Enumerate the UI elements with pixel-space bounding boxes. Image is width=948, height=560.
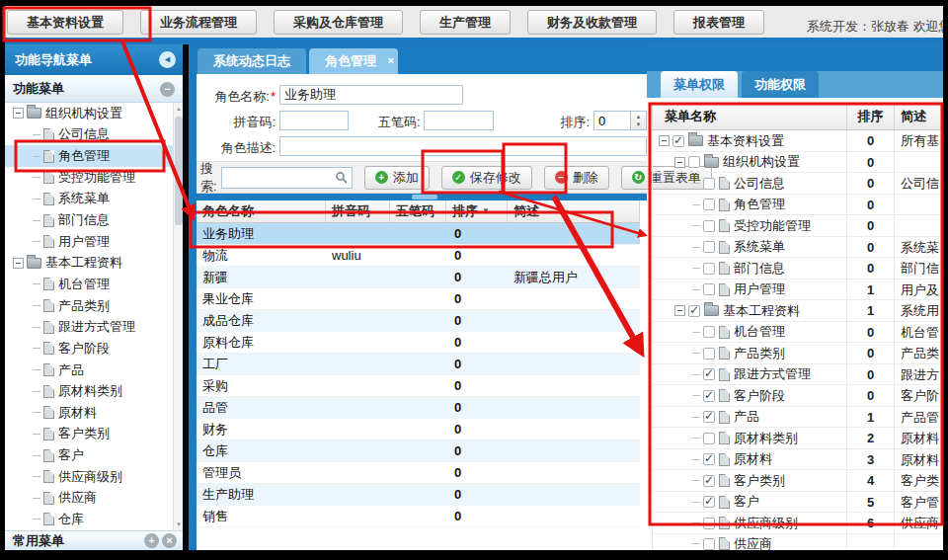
sidebar-item[interactable]: 系统菜单 (5, 189, 173, 210)
column-header[interactable]: 角色名称 (197, 200, 326, 222)
sidebar-item[interactable]: 组织机构设置 (5, 103, 173, 124)
collapse-node-icon[interactable] (674, 157, 685, 168)
add-button[interactable]: +添加 (364, 166, 430, 190)
table-row[interactable]: 品管0 (197, 397, 640, 419)
tab-menu-permissions[interactable]: 菜单权限 (661, 71, 738, 98)
sidebar-item[interactable]: 客户阶段 (5, 338, 173, 360)
search-input[interactable] (222, 170, 335, 185)
spinner-arrows[interactable]: ▲▼ (630, 112, 646, 129)
permission-tree-row[interactable]: 跟进方式管理0跟进方 (653, 364, 943, 386)
table-row[interactable]: 仓库0 (197, 440, 640, 462)
sidebar-section-header[interactable]: 功能菜单 − (5, 75, 183, 103)
permission-tree-row[interactable]: 客户阶段0客户阶 (653, 385, 943, 407)
column-header-desc[interactable]: 简述 (895, 103, 943, 129)
sidebar-item[interactable]: 用户管理 (5, 231, 173, 253)
table-row[interactable]: 采购0 (197, 375, 640, 397)
permission-tree-row[interactable]: 原材料3原材料 (653, 449, 943, 471)
pinyin-input[interactable] (279, 111, 349, 130)
permission-tree-row[interactable]: 原材料类别2原材料 (653, 428, 943, 449)
sidebar-item[interactable]: 产品类别 (5, 295, 173, 317)
sidebar-item[interactable]: 基本工程资料 (5, 252, 173, 274)
table-row[interactable]: 工厂0 (197, 354, 640, 375)
table-row[interactable]: 果业仓库0 (197, 288, 640, 310)
permission-tree-row[interactable]: 产品1产品管 (653, 407, 943, 429)
checkbox[interactable] (688, 305, 700, 317)
permission-tree-row[interactable]: 用户管理1用户及 (653, 280, 943, 301)
sidebar-item[interactable]: 角色管理 (5, 145, 173, 167)
permission-tree-row[interactable]: 部门信息0部门信 (653, 258, 943, 280)
checkbox[interactable] (672, 135, 684, 147)
collapse-node-icon[interactable] (13, 108, 24, 119)
wubi-input[interactable] (424, 111, 494, 130)
checkbox[interactable] (703, 433, 715, 444)
sidebar-item[interactable]: 原材料 (5, 402, 173, 424)
checkbox[interactable] (703, 283, 715, 295)
column-header-menu-name[interactable]: 菜单名称 (653, 103, 847, 129)
horizontal-splitter[interactable] (197, 194, 647, 200)
permission-tree-row[interactable]: 客户类别4客户类 (653, 470, 943, 492)
checkbox[interactable] (703, 368, 715, 380)
permission-tree-row[interactable]: 供应商级别6供应商 (653, 513, 943, 534)
collapse-node-icon[interactable] (13, 258, 24, 269)
table-row[interactable]: 物流wuliu0 (197, 245, 640, 267)
collapse-sidebar-icon[interactable]: ◄ (159, 51, 176, 68)
sidebar-item[interactable]: 公司信息 (5, 124, 173, 146)
column-header[interactable]: 五笔码 (390, 200, 446, 222)
permission-tree-row[interactable]: 基本工程资料1系统用 (653, 300, 943, 322)
top-menu-item[interactable]: 财务及收款管理 (527, 10, 657, 35)
sidebar-item[interactable]: 供应商 (5, 488, 173, 510)
checkbox[interactable] (703, 496, 715, 508)
add-favorite-icon[interactable]: + (144, 533, 159, 548)
top-menu-item[interactable]: 采购及仓库管理 (274, 10, 403, 35)
permission-tree-row[interactable]: 客户5客户管 (653, 492, 943, 514)
table-row[interactable]: 生产助理0 (197, 484, 640, 506)
column-header[interactable]: 拼音码 (326, 200, 390, 222)
table-row[interactable]: 原料仓库0 (197, 332, 640, 354)
sidebar-item[interactable]: 供应商级别 (5, 466, 173, 488)
permission-tree-row[interactable]: 供应商 (653, 534, 943, 551)
sidebar-scrollbar[interactable]: ▲ ▼ (173, 103, 183, 530)
top-menu-item[interactable]: 业务流程管理 (140, 10, 257, 35)
checkbox[interactable] (703, 241, 715, 253)
checkbox[interactable] (703, 411, 715, 423)
tab-system-log[interactable]: 系统动态日志 (198, 48, 306, 74)
save-button[interactable]: ✓保存修改 (441, 166, 532, 190)
sort-input[interactable] (594, 112, 630, 129)
checkbox[interactable] (703, 263, 715, 275)
permission-tree-row[interactable]: 角色管理0 (653, 195, 943, 216)
close-icon[interactable]: × (388, 47, 394, 73)
table-row[interactable]: 业务助理0 (197, 223, 640, 245)
sidebar-item[interactable]: 客户类别 (5, 424, 173, 445)
spin-up-icon[interactable]: ▲ (636, 113, 642, 120)
delete-button[interactable]: −删除 (544, 166, 609, 190)
sidebar-item[interactable]: 产品 (5, 360, 173, 381)
checkbox[interactable] (703, 538, 715, 550)
sidebar-item[interactable]: 跟进方式管理 (5, 316, 173, 338)
checkbox[interactable] (703, 348, 715, 360)
role-desc-input[interactable] (279, 136, 647, 156)
permission-tree-row[interactable]: 受控功能管理0 (653, 215, 943, 237)
spin-down-icon[interactable]: ▼ (636, 120, 642, 128)
permission-tree-row[interactable]: 基本资料设置0所有基 (653, 130, 943, 152)
column-header[interactable]: 简述 (508, 200, 640, 222)
column-header[interactable]: 排序▼ (446, 200, 508, 222)
permission-tree-row[interactable]: 系统菜单0系统菜 (653, 237, 943, 259)
checkbox[interactable] (703, 178, 715, 190)
checkbox[interactable] (703, 220, 715, 232)
checkbox[interactable] (703, 475, 715, 487)
collapse-node-icon[interactable] (659, 135, 670, 146)
table-row[interactable]: 销售0 (197, 506, 640, 527)
sidebar-bottom-bar[interactable]: 常用菜单 + × (5, 530, 183, 550)
collapse-section-icon[interactable]: − (160, 82, 175, 97)
checkbox[interactable] (703, 518, 715, 529)
remove-favorite-icon[interactable]: × (162, 533, 177, 548)
table-row[interactable]: 财务0 (197, 419, 640, 440)
column-header-sort[interactable]: 排序 (847, 103, 895, 129)
table-row[interactable]: 新疆0新疆总用户 (197, 267, 640, 288)
tab-role-management[interactable]: 角色管理 × (309, 48, 398, 74)
sidebar-item[interactable]: 原材料类别 (5, 380, 173, 402)
permission-tree-row[interactable]: 组织机构设置0 (653, 152, 943, 174)
sidebar-item[interactable]: 部门信息 (5, 209, 173, 231)
permission-tree-row[interactable]: 机台管理0机台管 (653, 322, 943, 344)
table-row[interactable]: 成品仓库0 (197, 310, 640, 332)
